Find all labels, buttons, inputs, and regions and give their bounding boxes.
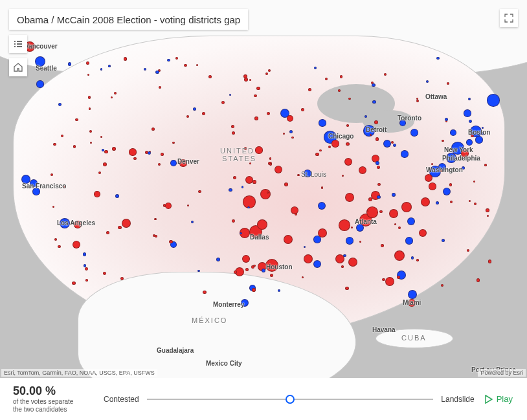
district-bubble[interactable]	[468, 98, 471, 100]
slider-track[interactable]	[147, 399, 434, 400]
district-bubble[interactable]	[382, 278, 385, 281]
district-bubble[interactable]	[411, 256, 414, 260]
district-bubble[interactable]	[68, 62, 71, 65]
district-bubble[interactable]	[111, 96, 113, 98]
district-bubble[interactable]	[441, 284, 443, 287]
district-bubble[interactable]	[482, 132, 484, 135]
district-bubble[interactable]	[461, 149, 468, 157]
district-bubble[interactable]	[233, 176, 236, 179]
district-bubble[interactable]	[216, 258, 220, 261]
district-bubble[interactable]	[331, 140, 339, 147]
district-bubble[interactable]	[244, 78, 248, 82]
district-bubble[interactable]	[440, 170, 442, 172]
district-bubble[interactable]	[240, 232, 242, 235]
district-bubble[interactable]	[104, 150, 107, 153]
district-bubble[interactable]	[359, 166, 367, 175]
district-bubble[interactable]	[488, 260, 491, 263]
district-bubble[interactable]	[197, 270, 199, 272]
fullscreen-button[interactable]	[500, 9, 518, 27]
district-bubble[interactable]	[475, 136, 482, 143]
district-bubble[interactable]	[61, 135, 63, 137]
district-bubble[interactable]	[244, 147, 247, 150]
district-bubble[interactable]	[474, 203, 477, 205]
district-bubble[interactable]	[133, 157, 137, 160]
district-bubble[interactable]	[35, 56, 45, 67]
district-bubble[interactable]	[249, 79, 251, 81]
district-bubble[interactable]	[447, 82, 449, 85]
district-bubble[interactable]	[372, 100, 376, 104]
district-bubble[interactable]	[405, 237, 412, 244]
district-bubble[interactable]	[268, 69, 271, 72]
district-bubble[interactable]	[426, 80, 429, 83]
district-bubble[interactable]	[154, 218, 156, 220]
district-bubble[interactable]	[410, 129, 418, 136]
district-bubble[interactable]	[384, 73, 387, 76]
district-bubble[interactable]	[486, 208, 489, 212]
district-bubble[interactable]	[58, 245, 60, 248]
district-bubble[interactable]	[257, 219, 267, 230]
district-bubble[interactable]	[54, 238, 57, 241]
district-bubble[interactable]	[445, 118, 448, 121]
district-bubble[interactable]	[473, 181, 475, 182]
district-bubble[interactable]	[120, 277, 124, 280]
district-bubble[interactable]	[253, 265, 255, 267]
district-bubble[interactable]	[198, 190, 201, 193]
district-bubble[interactable]	[283, 133, 285, 135]
district-bubble[interactable]	[269, 157, 272, 160]
district-bubble[interactable]	[325, 78, 328, 80]
district-bubble[interactable]	[442, 140, 444, 142]
district-bubble[interactable]	[100, 136, 102, 138]
district-bubble[interactable]	[319, 149, 321, 151]
district-bubble[interactable]	[89, 130, 92, 133]
district-bubble[interactable]	[425, 174, 433, 182]
district-bubble[interactable]	[346, 142, 349, 146]
district-bubble[interactable]	[295, 213, 297, 216]
district-bubble[interactable]	[242, 255, 251, 263]
district-bubble[interactable]	[254, 116, 258, 120]
district-bubble[interactable]	[318, 202, 326, 210]
district-bubble[interactable]	[265, 259, 279, 272]
bubble-layer[interactable]	[0, 0, 527, 378]
district-bubble[interactable]	[321, 186, 323, 188]
district-bubble[interactable]	[379, 210, 383, 214]
district-bubble[interactable]	[464, 109, 471, 116]
district-bubble[interactable]	[345, 193, 354, 202]
district-bubble[interactable]	[449, 183, 452, 186]
district-bubble[interactable]	[83, 252, 86, 256]
district-bubble[interactable]	[108, 65, 111, 67]
district-bubble[interactable]	[364, 115, 367, 118]
district-bubble[interactable]	[450, 201, 453, 203]
district-bubble[interactable]	[289, 130, 293, 133]
district-bubble[interactable]	[376, 137, 379, 141]
district-bubble[interactable]	[32, 188, 39, 195]
district-bubble[interactable]	[356, 224, 364, 232]
district-bubble[interactable]	[346, 124, 349, 127]
district-bubble[interactable]	[368, 197, 372, 201]
district-bubble[interactable]	[221, 101, 225, 104]
district-bubble[interactable]	[118, 226, 121, 229]
district-bubble[interactable]	[408, 290, 417, 299]
district-bubble[interactable]	[73, 145, 76, 148]
district-bubble[interactable]	[60, 218, 70, 228]
district-bubble[interactable]	[308, 88, 311, 91]
district-bubble[interactable]	[63, 186, 66, 188]
district-bubble[interactable]	[241, 186, 243, 188]
district-bubble[interactable]	[231, 125, 234, 128]
district-bubble[interactable]	[254, 94, 256, 97]
district-bubble[interactable]	[30, 179, 38, 188]
district-bubble[interactable]	[302, 276, 304, 278]
district-bubble[interactable]	[202, 112, 205, 115]
district-bubble[interactable]	[256, 87, 260, 90]
district-bubble[interactable]	[90, 142, 92, 144]
district-bubble[interactable]	[341, 265, 344, 268]
district-bubble[interactable]	[291, 137, 293, 138]
district-bubble[interactable]	[262, 269, 265, 272]
district-bubble[interactable]	[84, 264, 86, 267]
district-bubble[interactable]	[348, 98, 351, 100]
district-bubble[interactable]	[179, 159, 186, 166]
district-bubble[interactable]	[85, 279, 88, 282]
district-bubble[interactable]	[229, 94, 231, 96]
district-bubble[interactable]	[443, 188, 451, 196]
district-bubble[interactable]	[446, 153, 456, 163]
district-bubble[interactable]	[340, 75, 342, 78]
